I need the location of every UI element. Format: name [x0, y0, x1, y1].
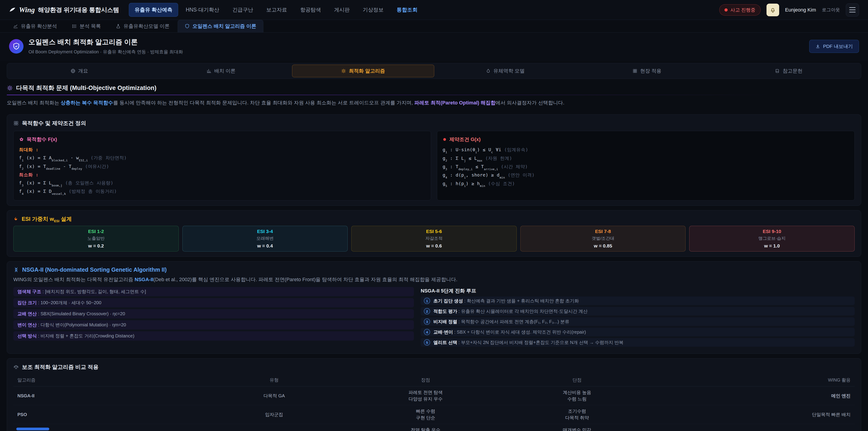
subtab-spill-analysis[interactable]: 유출유 확산분석: [6, 20, 64, 32]
horizontal-scrollbar-thumb[interactable]: [16, 428, 49, 430]
nav-item-integrated-search[interactable]: 통합조회: [391, 3, 423, 17]
nsga-spec-list: 염색체 구조 : [배치지점 위도, 방향각도, 길이, 형태, 세그먼트 수]…: [13, 287, 414, 348]
intro-paragraph: 오일펜스 배치 최적화는 상충하는 복수 목적함수를 동시에 만족해야 하는 전…: [7, 99, 861, 107]
grid-icon: [632, 68, 638, 73]
objective-eq-3: f3 (x) = Σ Lboom,j (총 오일펜스 사용량): [19, 179, 426, 187]
red-dot-icon: [442, 137, 447, 142]
constraint-panel-title: 제약조건 G(x): [450, 136, 480, 143]
spec-crossover: 교배 연산 : SBX(Simulated Binary Crossover) …: [13, 309, 414, 318]
logo-word: Wing: [19, 6, 35, 14]
nsga-step-5: 5 엘리트 선택 : 부모+자식 2N 집단에서 비지배 정렬+혼잡도 기준으로…: [421, 338, 855, 347]
tab-field-application[interactable]: 현장 적용: [576, 65, 718, 77]
flame-icon: [13, 216, 19, 221]
table-row-pso: PSO 입자군집 빠른 수렴 구현 단순 조기수렴 다목적 취약 단일목적 빠른…: [13, 405, 855, 424]
nsga-card: NSGA-II (Non-dominated Sorting Genetic A…: [7, 261, 861, 354]
esi-box-1-2: ESI 1-2 노출암반 w = 0.2: [13, 226, 179, 251]
step-number: 5: [424, 339, 430, 345]
pdf-export-button[interactable]: PDF 내보내기: [809, 40, 859, 53]
intro-title: 다목적 최적화 문제 (Multi-Objective Optimization…: [16, 84, 156, 92]
nav-item-reports[interactable]: 보고자료: [261, 3, 292, 17]
algorithm-comparison-table: 알고리즘 유형 장점 단점 WING 활용 NSGA-II 다목적 GA 파레토…: [13, 374, 855, 431]
app-root: { "colors": { "bg": "#0a0d13", "card": "…: [0, 0, 868, 431]
dna-icon: [13, 267, 19, 273]
table-row-sa: SA 모의담금질 전역 탈출 우수 국소최적 회피 매개변수 민감 느린 수렴 …: [13, 424, 855, 431]
nsga-loop-title: NSGA-II 5단계 진화 루프: [421, 287, 855, 294]
app-title: 해양환경 위기대응 통합시스템: [38, 6, 119, 14]
objective-eq-2: f2 (x) = Tdeadline - Tdeploy (여유시간): [19, 162, 426, 171]
col-header-cons: 단점: [501, 374, 653, 387]
scale-icon: [13, 364, 19, 370]
app-logo[interactable]: Wing 해양환경 위기대응 통합시스템: [9, 6, 119, 14]
wing-logo-icon: [9, 6, 16, 13]
page-header: 오일펜스 배치 최적화 알고리즘 이론 Oil Boom Deployment …: [0, 33, 868, 61]
main-content: 다목적 최적화 문제 (Multi-Objective Optimization…: [0, 84, 868, 431]
nsga-paragraph: WING의 오일펜스 배치 최적화는 다목적 유전알고리즘 NSGA-II(De…: [13, 276, 855, 283]
tab-hydrodynamics-model[interactable]: 유체역학 모델: [434, 65, 576, 77]
nsga-step-4: 4 교배·변이 : SBX + 다항식 변이로 자식 세대 생성. 제약조건 위…: [421, 328, 855, 336]
tab-overview[interactable]: 개요: [8, 65, 150, 77]
table-row-nsga2: NSGA-II 다목적 GA 파레토 전면 탐색 다양성 유지 우수 계산비용 …: [13, 387, 855, 405]
spread-analysis-icon: [13, 24, 18, 29]
menu-icon: [849, 7, 856, 8]
step-number: 2: [424, 308, 430, 314]
constraint-eq-5: g5 : h(pi) ≥ hmin (수심 조건): [442, 180, 849, 188]
subtab-spread-model-theory[interactable]: 유출유확산모델 이론: [109, 20, 176, 32]
pdf-download-icon: [815, 44, 820, 49]
esi-box-5-6: ESI 5-6 자갈조적 w = 0.6: [351, 226, 517, 251]
user-name: Eunjeong Kim: [785, 7, 816, 13]
intro-section: 다목적 최적화 문제 (Multi-Objective Optimization…: [7, 84, 861, 107]
spec-chromosome: 염색체 구조 : [배치지점 위도, 방향각도, 길이, 형태, 세그먼트 수]: [13, 287, 414, 296]
nav-item-oil-spill-prediction[interactable]: 유출유 확산예측: [129, 3, 178, 17]
book-icon: [775, 68, 780, 73]
spec-population: 집단 크기 : 100~200개체 · 세대수 50~200: [13, 298, 414, 307]
definitions-grid-icon: [13, 120, 19, 126]
globe-icon: [70, 68, 75, 73]
minimize-label: 최소화 :: [19, 171, 426, 179]
nav-item-hns-dispersion[interactable]: HNS·대기확산: [180, 3, 225, 17]
constraint-eq-4: g4 : d(pi, shore) ≥ dmin (연안 이격): [442, 171, 849, 179]
nav-item-emergency-rescue[interactable]: 긴급구난: [227, 3, 258, 17]
tab-references[interactable]: 참고문헌: [718, 65, 860, 77]
section-tab-bar: 개요 배치 이론 최적화 알고리즘 유체역학 모델 현장 적용 참고문헌: [7, 63, 861, 79]
constraint-eq-3: g3 : Tdeploy,i ≤ Tarrive,i (시간 제약): [442, 162, 849, 171]
logout-button[interactable]: 로그아웃: [822, 7, 840, 13]
shield-icon: [185, 24, 190, 29]
page-shield-badge: [9, 39, 24, 54]
spec-mutation: 변이 연산 : 다항식 변이(Polynomial Mutation) · ηm…: [13, 320, 414, 330]
bell-icon: [770, 7, 776, 13]
col-header-algorithm: 알고리즘: [13, 374, 198, 387]
objective-function-panel: 목적함수 F(x) 최대화 : f1 (x) = Σ Ablocked,i · …: [13, 131, 431, 200]
incident-badge-label: 사고 진행중: [730, 7, 755, 13]
col-header-type: 유형: [198, 374, 350, 387]
nav-item-aerial-search[interactable]: 항공탐색: [295, 3, 327, 17]
constraint-eq-2: g2 : Σ Lj ≤ Lmax (자원 한계): [442, 154, 849, 162]
top-navigation-bar: Wing 해양환경 위기대응 통합시스템 유출유 확산예측 HNS·대기확산 긴…: [0, 0, 868, 20]
nsga-step-3: 3 비지배 정렬 : 목적함수 공간에서 파레토 전면 계층(F₁, F₂, F…: [421, 317, 855, 326]
purple-divider: [7, 95, 861, 95]
flower-icon: [19, 137, 24, 142]
objective-constraint-card: 목적함수 및 제약조건 정의 목적함수 F(x) 최대화 : f1 (x) = …: [7, 114, 861, 206]
esi-card-title: ESI 가중치 wESI 설계: [22, 215, 72, 223]
notifications-button[interactable]: [767, 4, 779, 16]
chart-icon: [207, 68, 212, 73]
tab-deployment-theory[interactable]: 배치 이론: [150, 65, 292, 77]
nav-item-board[interactable]: 게시판: [329, 3, 355, 17]
flask-icon: [116, 24, 121, 29]
tab-optimization-algorithm[interactable]: 최적화 알고리즘: [292, 65, 434, 77]
gear-icon: [341, 68, 346, 73]
incident-status-badge: 사고 진행중: [719, 4, 761, 16]
subtab-boom-algorithm-theory[interactable]: 오일펜스 배치 알고리즘 이론: [178, 20, 263, 32]
esi-box-3-4: ESI 3-4 모래해변 w = 0.4: [182, 226, 348, 251]
page-shield-icon: [12, 42, 20, 50]
main-nav: 유출유 확산예측 HNS·대기확산 긴급구난 보고자료 항공탐색 게시판 기상정…: [129, 3, 709, 17]
step-number: 4: [424, 329, 430, 335]
hamburger-menu-button[interactable]: [846, 3, 859, 17]
comparison-card-title: 보조 최적화 알고리즘 비교 적용: [22, 363, 98, 371]
topnav-right-cluster: 사고 진행중 Eunjeong Kim 로그아웃: [719, 3, 859, 17]
col-header-wing-usage: WING 활용: [653, 374, 855, 387]
nav-item-weather[interactable]: 기상정보: [358, 3, 389, 17]
esi-weights-card: ESI 가중치 wESI 설계 ESI 1-2 노출암반 w = 0.2 ESI…: [7, 210, 861, 257]
subtab-analysis-list[interactable]: 분석 목록: [65, 20, 107, 32]
step-number: 3: [424, 318, 430, 325]
incident-dot-icon: [724, 8, 727, 11]
